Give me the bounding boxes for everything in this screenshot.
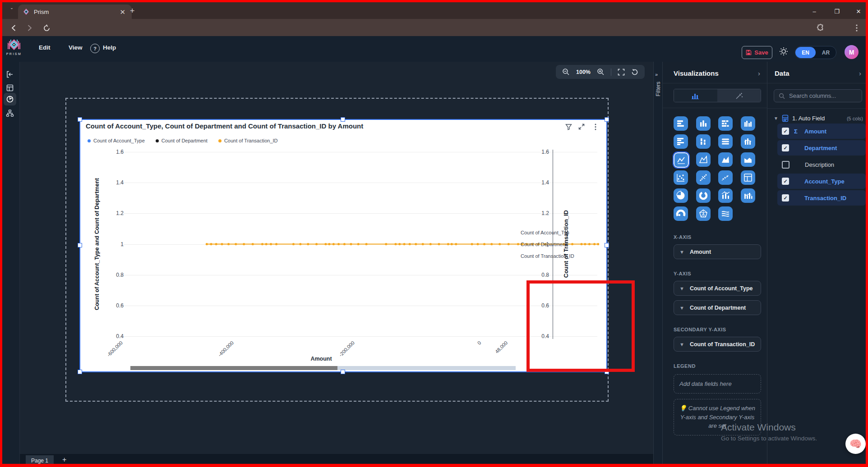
- viz-type-area-filled-icon[interactable]: [718, 152, 733, 167]
- viz-type-line-icon[interactable]: [674, 152, 689, 168]
- help-icon[interactable]: ?: [90, 44, 100, 53]
- fullscreen-icon[interactable]: [618, 69, 625, 76]
- zoom-in-icon[interactable]: [597, 68, 605, 76]
- search-columns-input[interactable]: Search columns...: [774, 89, 862, 102]
- tab-search-chevron-icon[interactable]: ˇ: [6, 5, 17, 16]
- browser-tab[interactable]: Prism ✕: [18, 5, 132, 19]
- dataset-group-row[interactable]: ▼ 1. Auto Field (5 cols): [774, 114, 863, 122]
- viz-type-bar-horizontal-grouped-icon[interactable]: [674, 134, 688, 149]
- viz-type-area-banded-icon[interactable]: [741, 152, 755, 167]
- axis-field-amount[interactable]: ▼ Amount: [674, 244, 761, 259]
- menu-help[interactable]: Help: [103, 44, 116, 51]
- checkbox-checked[interactable]: ✓: [782, 178, 789, 185]
- report-canvas[interactable]: Count of Account_Type, Count of Departme…: [20, 79, 653, 452]
- user-avatar[interactable]: M: [845, 45, 859, 59]
- forward-icon[interactable]: [23, 22, 35, 34]
- window-restore-button[interactable]: ❐: [830, 5, 844, 17]
- legend-item[interactable]: Count of Account_Type: [88, 138, 145, 143]
- checkbox-checked[interactable]: ✓: [782, 128, 789, 135]
- resize-handle[interactable]: [341, 117, 345, 122]
- data-model-icon[interactable]: [4, 107, 16, 119]
- viz-type-pie-icon[interactable]: [674, 188, 688, 203]
- viz-type-scatter-trend-icon[interactable]: [718, 170, 733, 185]
- axis-field-count-of-account-type[interactable]: ▼ Count of Account_Type: [674, 281, 761, 296]
- chart-menu-icon[interactable]: [595, 124, 596, 130]
- language-toggle[interactable]: EN AR: [795, 46, 836, 59]
- collapse-panel-icon[interactable]: [4, 68, 16, 81]
- viz-type-scatter-diagonal-icon[interactable]: [696, 170, 711, 185]
- reset-view-icon[interactable]: [631, 69, 638, 76]
- browser-menu-icon[interactable]: [851, 22, 863, 34]
- window-minimize-button[interactable]: –: [808, 5, 821, 17]
- lang-en-option[interactable]: EN: [795, 47, 816, 58]
- data-field-department[interactable]: ✓Department: [777, 140, 866, 156]
- filters-strip[interactable]: » Filters: [653, 62, 663, 467]
- viz-type-radar-icon[interactable]: [696, 206, 711, 221]
- menu-edit[interactable]: Edit: [39, 44, 51, 51]
- chart-expand-icon[interactable]: [578, 124, 585, 130]
- data-field-account_type[interactable]: ✓Account_Type: [777, 174, 866, 189]
- resize-handle[interactable]: [605, 243, 609, 247]
- collapse-chevron-icon[interactable]: ›: [859, 69, 861, 77]
- tab-close-icon[interactable]: ✕: [118, 8, 127, 16]
- chevron-down-icon[interactable]: ▼: [679, 342, 684, 347]
- viz-type-stream-icon[interactable]: [718, 206, 733, 221]
- checkbox-checked[interactable]: ✓: [782, 194, 789, 201]
- dashboard-layout-icon[interactable]: [4, 82, 16, 94]
- window-close-button[interactable]: ✕: [852, 5, 865, 17]
- viz-type-area-outline-icon[interactable]: [696, 152, 711, 167]
- legend-item[interactable]: Count of Transaction_ID: [218, 138, 278, 143]
- back-icon[interactable]: [8, 22, 20, 34]
- resize-handle[interactable]: [78, 117, 82, 122]
- tab-smart-suggestions[interactable]: [717, 89, 761, 102]
- resize-handle[interactable]: [341, 370, 345, 374]
- viz-type-bar-horizontal-icon[interactable]: [674, 116, 688, 131]
- legend-dropzone[interactable]: Add data fields here: [674, 374, 761, 394]
- chevron-down-icon[interactable]: ▼: [774, 116, 778, 121]
- viz-type-bar-vertical-icon[interactable]: [696, 116, 711, 131]
- new-tab-button[interactable]: +: [130, 6, 135, 16]
- assistant-brain-button[interactable]: 🧠: [845, 434, 866, 454]
- legend-item[interactable]: Count of Department: [156, 138, 208, 143]
- save-button[interactable]: Save: [742, 46, 772, 59]
- menu-view[interactable]: View: [69, 44, 83, 51]
- page-tab-1[interactable]: Page 1: [26, 455, 54, 467]
- viz-type-column-line-combo-icon[interactable]: [718, 188, 733, 203]
- viz-type-donut-icon[interactable]: [696, 188, 711, 203]
- checkbox-checked[interactable]: ✓: [782, 144, 789, 151]
- scrollbar-thumb[interactable]: [130, 366, 337, 370]
- viz-type-bar-horizontal-stacked-icon[interactable]: [718, 116, 733, 131]
- extensions-icon[interactable]: [815, 22, 826, 34]
- theme-brightness-icon[interactable]: [779, 47, 788, 56]
- data-field-amount[interactable]: ✓ΣAmount: [777, 124, 866, 139]
- chevron-down-icon[interactable]: ▼: [679, 286, 684, 291]
- axis-field-count-of-transaction-id[interactable]: ▼ Count of Transaction_ID: [674, 337, 761, 352]
- viz-type-bar-vertical-line-icon[interactable]: [741, 134, 755, 149]
- resize-handle[interactable]: [78, 243, 82, 247]
- resize-handle[interactable]: [78, 370, 82, 374]
- viz-type-scatter-icon[interactable]: [674, 170, 688, 185]
- filters-collapse-icon[interactable]: »: [655, 72, 658, 77]
- tab-chart-types[interactable]: [674, 89, 717, 102]
- chart-horizontal-scrollbar[interactable]: [130, 366, 516, 370]
- axis-field-count-of-department[interactable]: ▼ Count of Department: [674, 300, 761, 315]
- visualization-pie-icon[interactable]: [4, 93, 16, 105]
- viz-type-table-icon[interactable]: [741, 170, 755, 185]
- lang-ar-option[interactable]: AR: [816, 50, 836, 56]
- viz-type-bar-vertical-stacked-icon[interactable]: [696, 134, 711, 149]
- collapse-chevron-icon[interactable]: ›: [758, 69, 760, 77]
- viz-type-bar-horizontal-full-icon[interactable]: [718, 134, 733, 149]
- zoom-out-icon[interactable]: [562, 68, 570, 76]
- chevron-down-icon[interactable]: ▼: [679, 305, 684, 311]
- checkbox-unchecked[interactable]: [782, 161, 790, 169]
- add-page-button[interactable]: +: [62, 456, 66, 464]
- data-field-description[interactable]: Description: [777, 157, 866, 172]
- resize-handle[interactable]: [605, 117, 609, 122]
- chevron-down-icon[interactable]: ▼: [679, 249, 684, 255]
- data-field-transaction_id[interactable]: ✓Transaction_ID: [777, 190, 866, 206]
- viz-type-column-line-grouped-icon[interactable]: [741, 188, 755, 203]
- viz-type-bar-vertical-grouped-icon[interactable]: [741, 116, 755, 131]
- viz-type-gauge-icon[interactable]: [674, 206, 688, 221]
- reload-icon[interactable]: [41, 22, 52, 34]
- chart-filter-icon[interactable]: [565, 124, 572, 130]
